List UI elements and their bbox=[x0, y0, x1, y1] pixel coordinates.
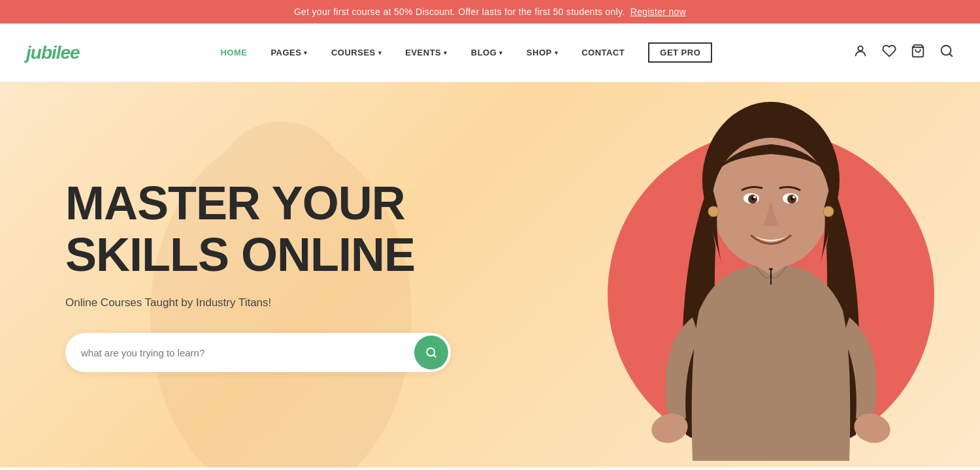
svg-point-21 bbox=[708, 206, 719, 217]
chevron-down-icon: ▾ bbox=[444, 50, 448, 56]
main-nav: HOME PAGES ▾ COURSES ▾ EVENTS ▾ BLOG ▾ S… bbox=[220, 42, 712, 63]
svg-point-19 bbox=[753, 196, 756, 198]
chevron-down-icon: ▾ bbox=[304, 50, 308, 56]
nav-link-courses[interactable]: COURSES ▾ bbox=[331, 48, 382, 57]
search-bar bbox=[65, 333, 451, 372]
svg-point-0 bbox=[858, 46, 862, 51]
hero-subtitle: Online Courses Taught by Industry Titans… bbox=[65, 296, 451, 309]
account-icon[interactable] bbox=[853, 44, 868, 61]
nav-item-blog[interactable]: BLOG ▾ bbox=[471, 48, 503, 57]
hero-title: MASTER YOUR SKILLS ONLINE bbox=[65, 178, 451, 281]
hero-image-area bbox=[562, 82, 980, 467]
svg-point-22 bbox=[823, 206, 834, 217]
svg-line-7 bbox=[433, 355, 435, 357]
nav-item-pages[interactable]: PAGES ▾ bbox=[270, 48, 308, 57]
nav-link-blog[interactable]: BLOG ▾ bbox=[471, 48, 503, 57]
nav-link-home[interactable]: HOME bbox=[220, 48, 247, 57]
nav-link-get-pro[interactable]: GET PRO bbox=[648, 42, 712, 63]
promo-banner: Get your first course at 50% Discount. O… bbox=[0, 0, 980, 24]
nav-item-home[interactable]: HOME bbox=[220, 48, 247, 57]
cart-icon[interactable] bbox=[911, 44, 925, 61]
header-icons bbox=[853, 44, 954, 61]
nav-item-shop[interactable]: SHOP ▾ bbox=[527, 48, 558, 57]
hero-title-line1: MASTER YOUR bbox=[65, 177, 405, 229]
chevron-down-icon: ▾ bbox=[499, 50, 503, 56]
hero-text-block: MASTER YOUR SKILLS ONLINE Online Courses… bbox=[65, 178, 451, 372]
nav-item-contact[interactable]: CONTACT bbox=[581, 48, 625, 57]
hero-content: MASTER YOUR SKILLS ONLINE Online Courses… bbox=[0, 82, 562, 467]
site-header: jubilee HOME PAGES ▾ COURSES ▾ EVENTS ▾ … bbox=[0, 24, 980, 82]
banner-text: Get your first course at 50% Discount. O… bbox=[294, 7, 625, 17]
hero-title-line2: SKILLS ONLINE bbox=[65, 228, 415, 281]
nav-link-contact[interactable]: CONTACT bbox=[581, 48, 625, 57]
nav-item-get-pro[interactable]: GET PRO bbox=[648, 42, 712, 63]
chevron-down-icon: ▾ bbox=[378, 50, 382, 56]
search-button[interactable] bbox=[414, 336, 448, 369]
search-btn-icon bbox=[425, 347, 437, 358]
register-link[interactable]: Register now bbox=[630, 7, 686, 17]
search-icon[interactable] bbox=[939, 44, 954, 61]
nav-list: HOME PAGES ▾ COURSES ▾ EVENTS ▾ BLOG ▾ S… bbox=[220, 42, 712, 63]
nav-link-events[interactable]: EVENTS ▾ bbox=[405, 48, 448, 57]
svg-point-20 bbox=[792, 196, 795, 198]
nav-link-shop[interactable]: SHOP ▾ bbox=[527, 48, 558, 57]
nav-link-pages[interactable]: PAGES ▾ bbox=[270, 48, 308, 57]
site-logo[interactable]: jubilee bbox=[26, 42, 80, 63]
chevron-down-icon: ▾ bbox=[555, 50, 559, 56]
wishlist-icon[interactable] bbox=[882, 44, 896, 61]
nav-item-courses[interactable]: COURSES ▾ bbox=[331, 48, 382, 57]
svg-line-3 bbox=[949, 54, 952, 56]
nav-item-events[interactable]: EVENTS ▾ bbox=[405, 48, 448, 57]
hero-section: MASTER YOUR SKILLS ONLINE Online Courses… bbox=[0, 82, 980, 467]
search-input[interactable] bbox=[65, 336, 412, 370]
hero-person-illustration bbox=[614, 95, 928, 467]
